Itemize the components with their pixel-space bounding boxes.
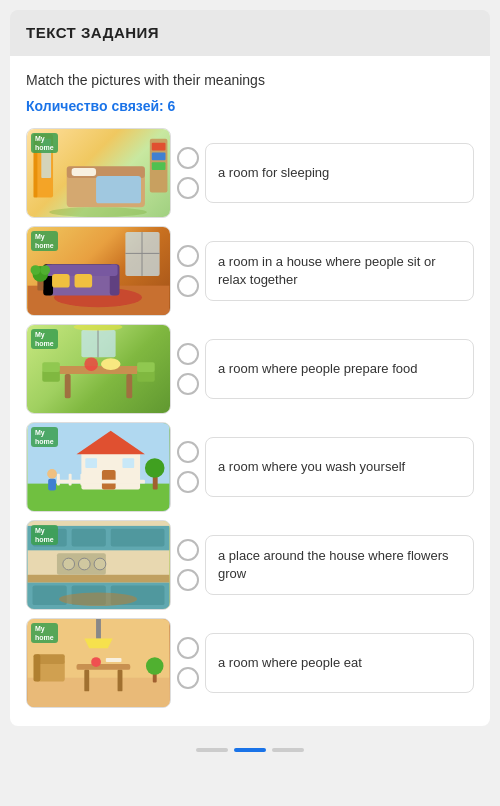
- svg-rect-58: [72, 529, 106, 547]
- image-card-2: Myhome: [26, 226, 171, 316]
- svg-point-36: [101, 358, 121, 370]
- meaning-card-6: a room where people eat: [205, 633, 474, 693]
- svg-rect-74: [33, 654, 40, 681]
- svg-point-26: [31, 265, 41, 275]
- radio-right-6[interactable]: [177, 667, 199, 689]
- radio-right-4[interactable]: [177, 471, 199, 493]
- radio-left-3[interactable]: [177, 343, 199, 365]
- svg-point-67: [78, 558, 90, 570]
- svg-rect-48: [57, 474, 60, 486]
- svg-point-68: [94, 558, 106, 570]
- task-body: Match the pictures with their meanings К…: [10, 56, 490, 726]
- svg-rect-6: [96, 176, 141, 203]
- svg-rect-76: [84, 670, 89, 692]
- svg-rect-20: [75, 274, 93, 288]
- meaning-card-5: a place around the house where flowers g…: [205, 535, 474, 595]
- svg-point-80: [91, 657, 101, 667]
- task-header: ТЕКСТ ЗАДАНИЯ: [10, 10, 490, 56]
- image-kitchen: Myhome: [27, 325, 170, 413]
- radio-left-5[interactable]: [177, 539, 199, 561]
- radio-right-5[interactable]: [177, 569, 199, 591]
- svg-rect-71: [28, 678, 170, 707]
- image-house: Myhome: [27, 423, 170, 511]
- svg-rect-5: [72, 168, 96, 176]
- match-row: Myhome: [26, 422, 474, 512]
- image-card-5: Myhome: [26, 520, 171, 610]
- image-card-3: Myhome: [26, 324, 171, 414]
- connector-4: [177, 441, 199, 493]
- svg-rect-81: [106, 658, 122, 662]
- svg-rect-30: [126, 374, 132, 398]
- nav-dot-1[interactable]: [196, 748, 228, 752]
- radio-left-4[interactable]: [177, 441, 199, 463]
- svg-point-39: [74, 325, 123, 331]
- svg-rect-19: [52, 274, 70, 288]
- svg-point-51: [47, 469, 57, 479]
- svg-rect-77: [118, 670, 123, 692]
- nav-dot-3[interactable]: [272, 748, 304, 752]
- radio-right-3[interactable]: [177, 373, 199, 395]
- image-card-4: Myhome: [26, 422, 171, 512]
- match-row: Myhome: [26, 324, 474, 414]
- radio-right-1[interactable]: [177, 177, 199, 199]
- radio-right-2[interactable]: [177, 275, 199, 297]
- svg-rect-52: [48, 479, 56, 491]
- svg-marker-79: [84, 639, 112, 649]
- meaning-card-2: a room in a house where people sit or re…: [205, 241, 474, 301]
- svg-rect-78: [96, 619, 101, 639]
- svg-rect-10: [152, 162, 166, 170]
- task-header-title: ТЕКСТ ЗАДАНИЯ: [26, 24, 159, 41]
- page-wrapper: ТЕКСТ ЗАДАНИЯ Match the pictures with th…: [0, 0, 500, 766]
- radio-left-6[interactable]: [177, 637, 199, 659]
- task-instruction: Match the pictures with their meanings: [26, 72, 474, 88]
- image-dining: Myhome: [27, 619, 170, 707]
- svg-rect-32: [42, 362, 60, 372]
- svg-rect-59: [111, 529, 165, 547]
- meaning-card-3: a room where people prepare food: [205, 339, 474, 399]
- radio-left-1[interactable]: [177, 147, 199, 169]
- svg-rect-9: [152, 152, 166, 160]
- match-row: Myhome: [26, 618, 474, 708]
- meaning-card-1: a room for sleeping: [205, 143, 474, 203]
- svg-rect-29: [65, 374, 71, 398]
- nav-dot-2[interactable]: [234, 748, 266, 752]
- svg-rect-49: [69, 474, 72, 486]
- connections-count: Количество связей: 6: [26, 98, 474, 114]
- svg-rect-8: [152, 143, 166, 151]
- svg-point-11: [49, 207, 147, 217]
- image-bedroom: Myhome: [27, 129, 170, 217]
- svg-point-69: [59, 592, 137, 606]
- match-row: Myhome: [26, 226, 474, 316]
- svg-rect-45: [85, 458, 97, 468]
- image-card-6: Myhome: [26, 618, 171, 708]
- svg-point-27: [40, 265, 50, 275]
- connector-5: [177, 539, 199, 591]
- svg-point-66: [63, 558, 75, 570]
- svg-rect-28: [57, 366, 140, 374]
- svg-rect-60: [28, 575, 170, 583]
- match-row: Myhome: [26, 128, 474, 218]
- connector-1: [177, 147, 199, 199]
- match-row: Myhome: [26, 520, 474, 610]
- svg-point-54: [145, 458, 165, 478]
- bottom-nav: [10, 736, 490, 756]
- meaning-card-4: a room where you wash yourself: [205, 437, 474, 497]
- connector-2: [177, 245, 199, 297]
- svg-rect-75: [77, 664, 131, 670]
- svg-point-83: [146, 657, 164, 675]
- svg-rect-46: [122, 458, 134, 468]
- image-livingroom: Myhome: [27, 227, 170, 315]
- svg-point-35: [84, 357, 98, 371]
- svg-rect-34: [137, 362, 155, 372]
- image-kitchen2: Myhome: [27, 521, 170, 609]
- connector-3: [177, 343, 199, 395]
- connector-6: [177, 637, 199, 689]
- svg-rect-62: [33, 586, 67, 606]
- radio-left-2[interactable]: [177, 245, 199, 267]
- svg-rect-50: [80, 474, 83, 486]
- image-card-1: Myhome: [26, 128, 171, 218]
